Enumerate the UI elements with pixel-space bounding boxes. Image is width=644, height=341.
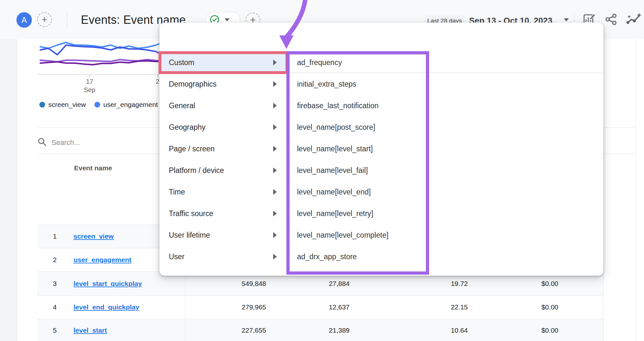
submenu-arrow-icon bbox=[273, 146, 277, 152]
menu-item-general[interactable]: General bbox=[161, 97, 285, 114]
chevron-down-icon bbox=[225, 18, 230, 21]
annotation-purple-box bbox=[286, 51, 429, 275]
menu-item-time[interactable]: Time bbox=[161, 183, 285, 201]
menu-item-page-screen[interactable]: Page / screen bbox=[161, 140, 285, 157]
event-name-link[interactable]: level_start bbox=[73, 327, 107, 334]
metric-value: 279,965 bbox=[195, 303, 266, 311]
submenu-arrow-icon bbox=[273, 103, 277, 109]
menu-item-label: Traffic source bbox=[169, 209, 213, 218]
menu-item-user[interactable]: User bbox=[161, 248, 285, 265]
metric-value: 22.15 bbox=[397, 303, 468, 311]
menu-item-user-lifetime[interactable]: User lifetime bbox=[161, 226, 285, 244]
column-header-event-name[interactable]: Event name bbox=[74, 164, 112, 172]
menu-item-platform-device[interactable]: Platform / device bbox=[161, 162, 285, 179]
share-icon[interactable] bbox=[605, 14, 617, 25]
insights-icon[interactable] bbox=[626, 13, 642, 26]
submenu-arrow-icon bbox=[273, 232, 277, 238]
table-row: 5level_start227,65521,38910.64$0.00 bbox=[37, 319, 603, 341]
chart-x-axis bbox=[38, 74, 160, 75]
event-name-link[interactable]: screen_view bbox=[73, 232, 114, 240]
row-index: 2 bbox=[47, 256, 63, 264]
menu-item-label: Geography bbox=[169, 123, 206, 132]
menu-item-traffic-source[interactable]: Traffic source bbox=[161, 205, 285, 222]
event-name-link[interactable]: user_engagement bbox=[73, 256, 131, 264]
row-index: 5 bbox=[47, 327, 63, 334]
avatar[interactable]: A bbox=[16, 12, 32, 28]
submenu-arrow-icon bbox=[273, 167, 277, 173]
metric-value: 10.64 bbox=[397, 327, 468, 334]
event-name-link[interactable]: level_end_quickplay bbox=[73, 303, 139, 311]
legend-label: user_engagement bbox=[103, 101, 158, 109]
legend-dot-icon bbox=[39, 102, 45, 108]
menu-item-label: Time bbox=[169, 188, 185, 196]
metric-value: 549,848 bbox=[195, 280, 266, 288]
legend-item: user_engagement bbox=[94, 101, 158, 109]
menu-item-label: Page / screen bbox=[169, 145, 215, 153]
add-comparison-button[interactable]: + bbox=[37, 12, 52, 27]
table-right-border bbox=[603, 128, 604, 341]
metric-value: $0.00 bbox=[487, 280, 558, 288]
header-divider bbox=[67, 12, 67, 28]
menu-item-demographics[interactable]: Demographics bbox=[161, 75, 285, 93]
menu-item-label: Demographics bbox=[169, 80, 216, 89]
submenu-arrow-icon bbox=[273, 189, 277, 195]
date-chevron-down-icon bbox=[564, 18, 569, 21]
row-index: 1 bbox=[47, 232, 63, 240]
submenu-arrow-icon bbox=[273, 81, 277, 87]
x-tick-day: 17 bbox=[82, 78, 97, 85]
x-tick-month: Sep bbox=[82, 86, 97, 94]
metric-value: 27,884 bbox=[279, 280, 350, 288]
metric-value: 21,389 bbox=[279, 327, 350, 334]
search-icon bbox=[38, 137, 47, 147]
left-margin-strip bbox=[0, 39, 17, 341]
right-edge-divider bbox=[636, 39, 636, 341]
legend-dot-icon bbox=[94, 102, 100, 108]
x-tick-mark bbox=[90, 75, 90, 77]
table-row: 4level_end_quickplay279,96512,63722.15$0… bbox=[37, 296, 603, 319]
menu-item-label: Platform / device bbox=[169, 166, 224, 175]
row-index: 3 bbox=[47, 280, 63, 288]
submenu-arrow-icon bbox=[273, 211, 277, 216]
events-line-chart bbox=[38, 38, 161, 75]
metric-value: 227,655 bbox=[195, 327, 266, 334]
menu-item-label: User lifetime bbox=[169, 231, 210, 240]
metric-value: 19.72 bbox=[397, 280, 468, 288]
x-tick-mark-2 bbox=[158, 75, 158, 77]
submenu-arrow-icon bbox=[273, 124, 277, 130]
ga4-events-report: A + Events: Event name + Last 28 days Se… bbox=[0, 0, 644, 341]
table-search-input[interactable] bbox=[51, 137, 149, 149]
chart-legend: screen_viewuser_engagement bbox=[39, 101, 158, 109]
menu-item-geography[interactable]: Geography bbox=[161, 118, 285, 136]
metric-value: 12,637 bbox=[279, 303, 350, 311]
annotation-red-box bbox=[159, 51, 288, 74]
legend-label: screen_view bbox=[48, 101, 86, 109]
menu-item-label: User bbox=[169, 252, 185, 261]
row-index: 4 bbox=[47, 303, 63, 311]
menu-item-label: General bbox=[169, 101, 195, 110]
annotation-purple-arrow-icon bbox=[274, 0, 316, 52]
event-name-link[interactable]: level_start_quickplay bbox=[73, 280, 142, 288]
legend-item: screen_view bbox=[39, 101, 86, 109]
metric-value: $0.00 bbox=[487, 303, 558, 311]
submenu-arrow-icon bbox=[273, 254, 277, 260]
metric-value: $0.00 bbox=[487, 327, 558, 334]
